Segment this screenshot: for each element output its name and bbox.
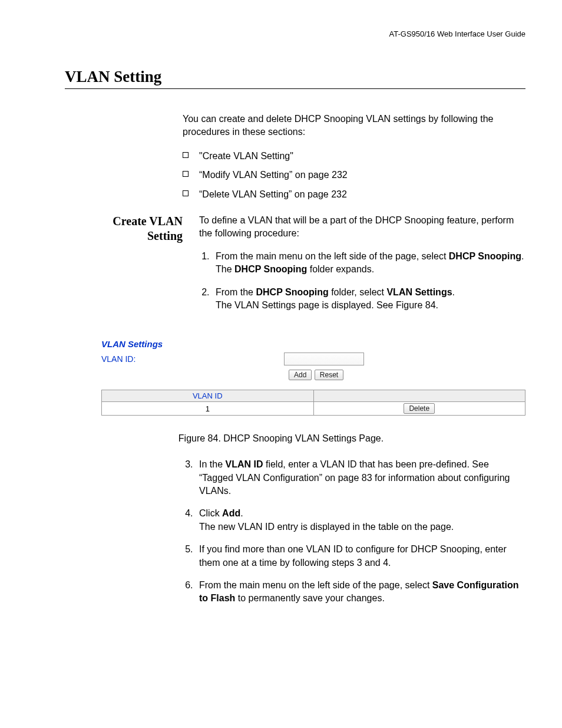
subsection-heading: Create VLAN Setting [86,214,199,243]
figure-caption: Figure 84. DHCP Snooping VLAN Settings P… [37,433,525,444]
step-item: If you find more than one VLAN ID to con… [196,543,525,569]
text: In the [199,459,225,469]
text: folder, select [329,287,387,297]
text: The VLAN Settings page is displayed. See… [216,300,438,310]
text: . [240,508,243,518]
list-item: “Modify VLAN Setting” on page 232 [183,169,525,182]
figure-vlan-settings-panel: VLAN Settings VLAN ID: Add Reset VLAN ID… [101,339,525,416]
list-item: “Delete VLAN Setting” on page 232 [183,188,525,201]
step-item: From the main menu on the left side of t… [196,579,525,605]
text-bold: Add [222,508,240,518]
text-bold: VLAN ID [225,459,263,469]
text: From the main menu on the left side of t… [199,580,432,590]
heading-line: Create VLAN [113,215,183,228]
column-header-action: . [313,390,525,402]
intro-paragraph: You can create and delete DHCP Snooping … [183,113,525,139]
delete-button[interactable]: Delete [404,403,435,414]
subsection-lead: To define a VLAN that will be a part of … [199,214,525,241]
table-row: 1 Delete [102,402,525,416]
text: . [521,251,524,261]
text-bold: VLAN Settings [386,287,452,297]
document-header: AT-GS950/16 Web Interface User Guide [37,29,525,38]
section-links-list: "Create VLAN Setting" “Modify VLAN Setti… [183,150,525,201]
text: From the [216,287,256,297]
vlan-table: VLAN ID . 1 Delete [101,390,525,416]
text-bold: DHCP Snooping [256,287,328,297]
text: The [216,264,234,274]
step-item: In the VLAN ID field, enter a VLAN ID th… [196,458,525,498]
text: Click [199,508,222,518]
text: The new VLAN ID entry is displayed in th… [199,522,454,532]
procedure-steps-continued: In the VLAN ID field, enter a VLAN ID th… [183,458,525,605]
column-header-vlan-id: VLAN ID [102,390,314,402]
text-bold: DHCP Snooping [234,264,307,274]
page-title: VLAN Setting [65,68,525,89]
vlan-id-input[interactable] [284,353,364,365]
text: to permanently save your changes. [235,593,384,603]
step-item: Click Add. The new VLAN ID entry is disp… [196,507,525,533]
procedure-steps: From the main menu on the left side of t… [199,250,525,312]
vlan-id-label: VLAN ID: [101,354,284,364]
text: . [452,287,455,297]
reset-button[interactable]: Reset [315,370,343,380]
cell-action: Delete [313,402,525,416]
step-item: From the main menu on the left side of t… [212,250,525,276]
heading-line: Setting [147,229,183,242]
panel-heading: VLAN Settings [101,339,525,349]
text-bold: DHCP Snooping [449,251,521,261]
add-button[interactable]: Add [289,370,312,380]
cell-vlan-id: 1 [102,402,314,416]
text: folder expands. [307,264,374,274]
list-item: "Create VLAN Setting" [183,150,525,163]
text: From the main menu on the left side of t… [216,251,449,261]
step-item: From the DHCP Snooping folder, select VL… [212,286,525,312]
